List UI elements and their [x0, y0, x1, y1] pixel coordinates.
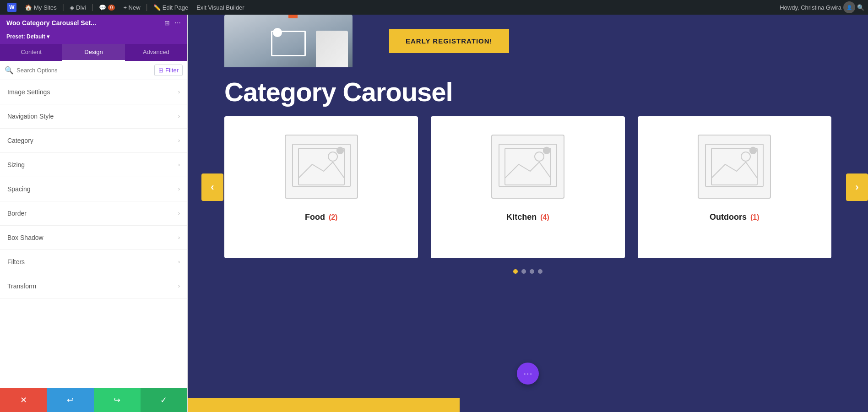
carousel-dots [188, 269, 868, 274]
exit-vb-item[interactable]: Exit Visual Builder [193, 0, 248, 15]
svg-rect-2 [505, 148, 551, 185]
carousel-prev-button[interactable]: ‹ [201, 173, 223, 201]
carousel-title: Category Carousel [188, 67, 868, 116]
card-name-kitchen: Kitchen [506, 212, 537, 222]
wp-logo-item[interactable]: W [4, 0, 20, 15]
preset-label: Preset: Default ▾ [6, 33, 49, 40]
carousel-card-kitchen[interactable]: Kitchen (4) [431, 116, 624, 258]
new-item[interactable]: + New [119, 0, 144, 15]
dot-3[interactable] [530, 269, 534, 274]
dot-2[interactable] [521, 269, 526, 274]
search-icon[interactable]: 🔍 [857, 4, 864, 11]
placeholder-image-food [294, 144, 349, 190]
settings-item-image-settings[interactable]: Image Settings › [0, 80, 187, 104]
panel-title: Woo Category Carousel Set... [6, 19, 164, 27]
card-image-outdoors [698, 135, 771, 199]
canvas: EARLY REGISTRATION! Category Carousel ‹ [188, 15, 868, 412]
settings-item-category[interactable]: Category › [0, 129, 187, 153]
category-label: Category [7, 137, 33, 144]
comments-item[interactable]: 💬 0 [95, 0, 119, 15]
carousel-items: Food (2) Kitchen (4) [224, 116, 831, 258]
chevron-down-icon: › [178, 210, 180, 217]
card-label-outdoors: Outdoors (1) [710, 212, 760, 222]
undo-button[interactable]: ↩ [47, 388, 93, 412]
redo-button[interactable]: ↪ [94, 388, 141, 412]
card-image-kitchen [491, 135, 564, 199]
settings-item-filters[interactable]: Filters › [0, 250, 187, 274]
placeholder-image-outdoors [707, 144, 762, 190]
border-label: Border [7, 210, 27, 217]
my-sites-item[interactable]: 🏠 My Sites [21, 0, 60, 15]
main-layout: Woo Category Carousel Set... ⊞ ⋯ Preset:… [0, 15, 868, 412]
orange-accent [288, 15, 298, 18]
settings-item-transform[interactable]: Transform › [0, 274, 187, 298]
comment-icon: 💬 [99, 4, 106, 11]
grid-icon[interactable]: ⊞ [164, 19, 170, 27]
dot-4[interactable] [538, 269, 542, 274]
navigation-style-label: Navigation Style [7, 113, 54, 120]
carousel-card-outdoors[interactable]: Outdoors (1) [638, 116, 831, 258]
card-label-food: Food (2) [305, 212, 338, 222]
exit-vb-label: Exit Visual Builder [196, 4, 244, 11]
comment-count: 0 [108, 5, 115, 11]
search-input[interactable] [16, 67, 152, 74]
left-panel: Woo Category Carousel Set... ⊞ ⋯ Preset:… [0, 15, 188, 412]
cancel-button[interactable]: ✕ [0, 388, 47, 412]
placeholder-image-kitchen [500, 144, 555, 190]
separator: | [61, 3, 65, 11]
card-name-food: Food [305, 212, 325, 222]
sizing-label: Sizing [7, 161, 25, 168]
card-count-kitchen: (4) [540, 213, 549, 222]
filter-label: Filter [165, 67, 179, 74]
save-button[interactable]: ✓ [141, 388, 187, 412]
settings-item-navigation-style[interactable]: Navigation Style › [0, 104, 187, 129]
spacing-label: Spacing [7, 185, 31, 193]
carousel-next-button[interactable]: › [846, 173, 868, 201]
chevron-down-icon: › [178, 113, 180, 119]
divi-item[interactable]: ◈ Divi [66, 0, 90, 15]
fab-button[interactable]: ⋯ [517, 363, 539, 385]
home-icon: 🏠 [25, 4, 32, 11]
tab-advanced[interactable]: Advanced [125, 44, 187, 61]
tab-design[interactable]: Design [62, 44, 125, 61]
tabs-bar: Content Design Advanced [0, 44, 187, 61]
card-count-food: (2) [329, 213, 338, 222]
search-icon: 🔍 [5, 66, 14, 75]
carousel-card-food[interactable]: Food (2) [224, 116, 418, 258]
settings-item-spacing[interactable]: Spacing › [0, 177, 187, 201]
preset-bar: Preset: Default ▾ [0, 31, 187, 44]
avatar[interactable]: 👤 [843, 1, 855, 13]
mug-shape [316, 31, 348, 67]
chevron-down-icon: › [178, 137, 180, 144]
chevron-down-icon: › [178, 162, 180, 168]
card-label-kitchen: Kitchen (4) [506, 212, 549, 222]
filter-button[interactable]: ⊞ Filter [154, 65, 183, 76]
svg-rect-4 [711, 148, 757, 185]
separator3: | [145, 3, 149, 11]
divi-label: Divi [76, 4, 86, 11]
svg-point-3 [535, 152, 544, 161]
box-shadow-label: Box Shadow [7, 234, 43, 241]
preset-text[interactable]: Preset: Default ▾ [6, 33, 49, 40]
filters-label: Filters [7, 258, 25, 266]
bottom-banner [188, 398, 868, 412]
registration-button[interactable]: EARLY REGISTRATION! [389, 29, 509, 53]
ellipsis-icon[interactable]: ⋯ [174, 19, 181, 27]
svg-point-1 [328, 152, 337, 161]
howdy-text: Howdy, Christina Gwira [780, 4, 841, 11]
edit-page-label: Edit Page [163, 4, 188, 11]
tab-content[interactable]: Content [0, 44, 62, 61]
settings-item-sizing[interactable]: Sizing › [0, 153, 187, 177]
admin-bar-right: Howdy, Christina Gwira 👤 🔍 [780, 1, 864, 13]
my-sites-label: My Sites [34, 4, 57, 11]
transform-label: Transform [7, 282, 36, 290]
card-image-food [285, 135, 358, 199]
divi-icon: ◈ [70, 4, 74, 11]
search-bar: 🔍 ⊞ Filter [0, 61, 187, 80]
canvas-top: EARLY REGISTRATION! [188, 15, 868, 67]
settings-item-box-shadow[interactable]: Box Shadow › [0, 226, 187, 250]
settings-item-border[interactable]: Border › [0, 201, 187, 226]
dot-1[interactable] [513, 269, 518, 274]
card-count-outdoors: (1) [750, 213, 760, 222]
edit-page-item[interactable]: ✏️ Edit Page [150, 0, 192, 15]
